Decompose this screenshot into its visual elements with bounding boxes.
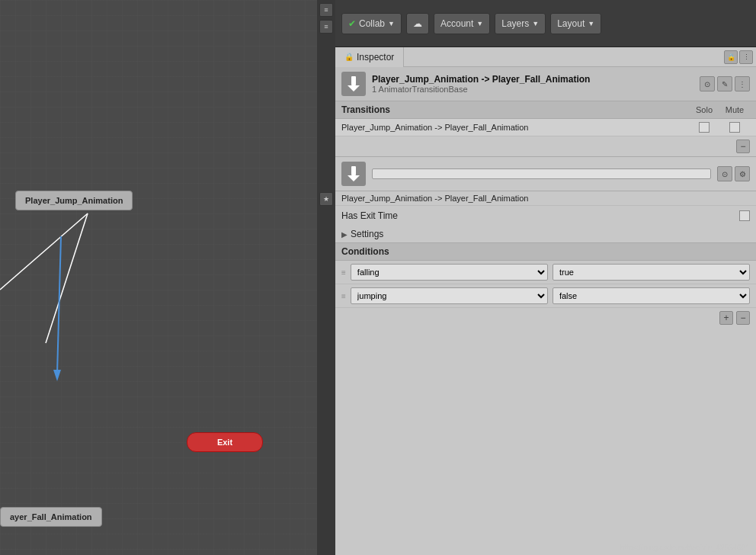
transition-row-name: Player_Jump_Animation -> Player_Fall_Ani… [341,123,689,132]
transition-detail-row: ⊙ ⚙ [335,157,756,191]
transitions-section: Transitions Solo Mute Player_Jump_Animat… [335,101,756,157]
transition-detail-name-label: Player_Jump_Animation -> Player_Fall_Ani… [341,194,528,203]
condition-value-1[interactable]: false true [553,287,750,304]
condition-param-1[interactable]: jumping [351,287,548,304]
inspector-tab-bar: 🔒 Inspector 🔒 ⋮ [335,47,756,67]
condition-handle-0[interactable]: ≡ [341,268,346,277]
transition-header-icon [341,72,366,96]
mini-btn-1[interactable]: ≡ [319,3,333,17]
layers-button[interactable]: Layers ▼ [495,13,546,34]
transition-title: Player_Jump_Animation -> Player_Fall_Ani… [372,74,694,85]
svg-rect-4 [351,76,356,85]
condition-handle-1[interactable]: ≡ [341,292,346,300]
tab-action-menu[interactable]: ⋮ [739,50,753,64]
transition-table-row[interactable]: Player_Jump_Animation -> Player_Fall_Ani… [335,119,756,136]
animator-grid[interactable]: Player_Jump_Animation Exit ayer_Fall_Ani… [0,0,335,555]
cloud-icon: ☁ [413,18,422,29]
svg-line-1 [46,213,88,343]
layout-button[interactable]: Layout ▼ [550,13,601,34]
layers-label: Layers [501,18,529,29]
left-toolbar-strip: ≡ ≡ ★ [317,0,335,555]
transitions-title: Transitions [341,104,689,115]
cloud-button[interactable]: ☁ [406,13,429,34]
transitions-footer: − [335,136,756,156]
mini-btn-3[interactable]: ★ [319,192,333,206]
condition-row-0: ≡ falling true false [335,261,756,284]
svg-marker-7 [348,175,360,181]
solo-header: Solo [689,105,719,114]
transition-timeline-bar[interactable] [372,168,711,179]
transition-info: Player_Jump_Animation -> Player_Fall_Ani… [372,74,694,94]
inspector-tab[interactable]: 🔒 Inspector [335,47,404,67]
layout-label: Layout [557,18,585,29]
svg-marker-3 [53,370,61,381]
svg-line-0 [0,213,88,290]
condition-param-0[interactable]: falling [351,264,548,281]
arrow-down-icon [344,75,363,93]
add-condition-btn[interactable]: + [719,311,733,325]
node-label: Player_Jump_Animation [25,196,123,205]
header-select-btn[interactable]: ⊙ [700,76,715,91]
state-node-jump[interactable]: Player_Jump_Animation [15,191,133,210]
check-icon: ✔ [348,18,356,29]
mini-btn-2[interactable]: ≡ [319,20,333,34]
exit-label: Exit [217,438,232,447]
account-arrow-icon: ▼ [476,20,483,27]
transition-detail-name-row: Player_Jump_Animation -> Player_Fall_Ani… [335,191,756,206]
inspector-panel: 🔒 Inspector 🔒 ⋮ Player_Jump_Animation ->… [335,47,756,555]
has-exit-time-row: Has Exit Time [335,206,756,226]
exit-time-checkbox[interactable] [739,210,750,221]
transitions-table-header: Transitions Solo Mute [335,101,756,119]
top-toolbar: ✔ Collab ▼ ☁ Account ▼ Layers ▼ Layout ▼ [335,0,756,47]
layout-arrow-icon: ▼ [588,20,594,27]
detail-select-btn[interactable]: ⊙ [717,166,732,181]
condition-row-1: ≡ jumping false true [335,284,756,308]
tab-action-lock[interactable]: 🔒 [724,50,738,64]
inspector-tab-actions: 🔒 ⋮ [724,50,756,64]
settings-row[interactable]: ▶ Settings [335,226,756,242]
account-button[interactable]: Account ▼ [434,13,490,34]
detail-settings-btn[interactable]: ⚙ [735,166,750,181]
condition-value-0[interactable]: true false [553,264,750,281]
conditions-section: Conditions ≡ falling true false ≡ jumpin… [335,242,756,555]
state-node-exit[interactable]: Exit [187,432,263,452]
mute-header: Mute [719,105,750,114]
conditions-title: Conditions [335,242,756,261]
settings-label: Settings [351,229,383,239]
collab-label: Collab [359,18,385,29]
solo-checkbox[interactable] [699,122,710,133]
svg-marker-5 [348,85,360,91]
transition-detail-icon [341,162,366,186]
remove-condition-btn[interactable]: − [736,311,750,325]
inspector-tab-label: Inspector [357,52,394,63]
settings-arrow-icon: ▶ [341,230,348,239]
fall-label: ayer_Fall_Animation [10,512,92,521]
collab-button[interactable]: ✔ Collab ▼ [341,13,402,34]
header-actions: ⊙ ✎ ⋮ [700,76,750,91]
inspector-header: Player_Jump_Animation -> Player_Fall_Ani… [335,67,756,101]
mute-checkbox[interactable] [729,122,740,133]
header-edit-btn[interactable]: ✎ [717,76,732,91]
transition-detail-svg-icon [344,165,363,183]
account-label: Account [440,18,473,29]
collab-arrow-icon: ▼ [388,20,395,27]
state-node-fall[interactable]: ayer_Fall_Animation [0,507,102,527]
animator-panel: Player_Jump_Animation Exit ayer_Fall_Ani… [0,0,335,555]
svg-rect-6 [351,166,356,175]
header-menu-btn[interactable]: ⋮ [735,76,750,91]
transition-subtitle: 1 AnimatorTransitionBase [372,85,694,94]
svg-line-2 [57,236,61,374]
inspector-lock-icon: 🔒 [344,53,354,61]
has-exit-time-label: Has Exit Time [341,210,739,221]
conditions-footer: + − [335,308,756,328]
connection-lines [0,0,335,555]
layers-arrow-icon: ▼ [532,20,539,27]
remove-transition-btn[interactable]: − [736,140,750,153]
